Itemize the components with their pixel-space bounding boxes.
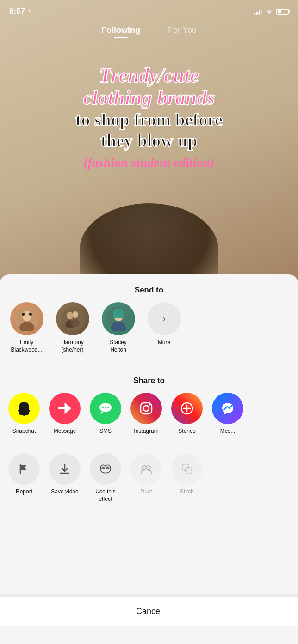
video-line1: Trendy/cute	[9, 65, 289, 87]
svg-point-23	[105, 407, 106, 408]
harmony-avatar-img	[61, 307, 85, 331]
svg-point-6	[22, 313, 25, 316]
send-to-title: Send to	[0, 274, 298, 302]
action-duet: Duet	[128, 453, 165, 496]
action-use-effect[interactable]: Use thiseffect	[87, 453, 124, 503]
action-label-use-effect: Use thiseffect	[95, 488, 115, 503]
report-icon-circle	[8, 453, 40, 485]
svg-point-9	[67, 312, 73, 319]
contact-more[interactable]: › More	[147, 302, 181, 346]
instagram-camera-icon	[138, 401, 154, 416]
share-label-message: Message	[54, 428, 76, 434]
duet-icon-circle	[130, 453, 162, 485]
svg-point-11	[73, 311, 78, 318]
share-messenger[interactable]: Mes...	[209, 393, 246, 434]
signal-icon	[254, 8, 262, 15]
effect-icon-circle	[90, 453, 121, 485]
svg-marker-0	[29, 9, 31, 12]
divider-1	[0, 361, 298, 361]
svg-point-12	[71, 319, 80, 327]
video-line2: clothing brands	[9, 87, 289, 109]
share-snapchat[interactable]: Snapchat	[6, 393, 43, 434]
time-display: 8:57	[9, 7, 25, 16]
action-label-report: Report	[16, 488, 32, 496]
snapchat-icon	[8, 393, 40, 424]
action-report[interactable]: Report	[6, 453, 43, 496]
share-stories[interactable]: Stories	[168, 393, 205, 434]
location-icon	[27, 9, 32, 14]
stories-icon	[171, 393, 203, 424]
cancel-area: Cancel	[0, 594, 298, 626]
messenger-icon	[212, 393, 243, 424]
download-icon	[59, 463, 71, 475]
status-bar: 8:57	[0, 0, 298, 23]
action-label-stitch: Stitch	[180, 488, 194, 496]
stitch-icon	[181, 463, 193, 475]
save-video-icon-circle	[49, 453, 81, 485]
action-stitch: Stitch	[168, 453, 205, 496]
message-arrow-icon	[57, 401, 73, 416]
share-message[interactable]: Message	[46, 393, 83, 434]
status-time: 8:57	[9, 7, 32, 16]
action-label-save-video: Save video	[51, 488, 78, 496]
svg-marker-21	[99, 412, 104, 414]
share-instagram[interactable]: Instagram	[128, 393, 165, 434]
stitch-icon-circle	[171, 453, 203, 485]
svg-point-27	[149, 404, 151, 406]
contact-name-emily: EmilyBlackwood...	[11, 339, 42, 353]
video-line3: to shop from before	[9, 109, 289, 131]
cancel-button[interactable]: Cancel	[0, 597, 298, 626]
wifi-icon	[265, 8, 273, 15]
contacts-row: EmilyBlackwood... Harmony(she/her)	[0, 302, 298, 353]
contact-harmony[interactable]: Harmony(she/her)	[55, 302, 90, 353]
share-sms[interactable]: SMS	[87, 393, 124, 434]
contact-avatar-stacey	[102, 302, 135, 335]
svg-point-34	[102, 467, 104, 469]
share-label-messenger: Mes...	[220, 428, 236, 434]
nav-tabs: Following For You	[0, 25, 298, 38]
contact-avatar-emily	[10, 302, 43, 335]
share-row: Snapchat Message	[0, 393, 298, 434]
video-text-overlay: Trendy/cute clothing brands to shop from…	[0, 65, 298, 170]
svg-point-39	[148, 467, 149, 469]
video-line4: they blow up	[9, 130, 289, 152]
video-area: Following For You Trendy/cute clothing b…	[0, 0, 298, 296]
status-icons	[254, 8, 289, 15]
action-label-duet: Duet	[140, 488, 152, 496]
tab-for-you[interactable]: For You	[168, 25, 197, 38]
instagram-icon	[130, 393, 162, 424]
mask-icon	[99, 463, 112, 475]
share-label-instagram: Instagram	[134, 428, 158, 434]
contact-stacey[interactable]: StaceyHelton	[101, 302, 136, 353]
action-save-video[interactable]: Save video	[46, 453, 83, 496]
battery-icon	[276, 9, 289, 15]
video-line5: (fashion student edition)	[9, 155, 289, 170]
stories-plus-icon	[179, 401, 195, 416]
contact-name-harmony: Harmony(she/her)	[61, 339, 84, 353]
chevron-right-icon: ›	[162, 313, 166, 325]
actions-row: Report Save video	[0, 448, 298, 503]
share-label-sms: SMS	[99, 428, 112, 434]
share-to-title: Share to	[0, 365, 298, 393]
cancel-divider	[0, 594, 298, 597]
share-label-snapchat: Snapchat	[12, 428, 36, 434]
stacey-avatar-img	[106, 307, 130, 331]
messenger-bolt-icon	[220, 401, 236, 416]
svg-point-38	[143, 467, 145, 469]
tab-following[interactable]: Following	[101, 25, 140, 38]
bottom-sheet: Send to EmilyBlackwood...	[0, 274, 298, 644]
share-label-stories: Stories	[178, 428, 195, 434]
flag-icon	[18, 463, 30, 475]
svg-rect-17	[113, 312, 124, 318]
divider-2	[0, 444, 298, 444]
contact-emily[interactable]: EmilyBlackwood...	[9, 302, 44, 353]
sms-bubble-icon	[98, 401, 113, 416]
svg-point-24	[107, 407, 109, 408]
emily-avatar-img	[15, 307, 39, 331]
message-icon	[49, 393, 81, 424]
svg-point-35	[107, 467, 109, 469]
contact-avatar-harmony	[56, 302, 89, 335]
svg-rect-40	[182, 464, 188, 470]
contact-avatar-more: ›	[148, 302, 181, 335]
snapchat-ghost-icon	[15, 400, 33, 417]
